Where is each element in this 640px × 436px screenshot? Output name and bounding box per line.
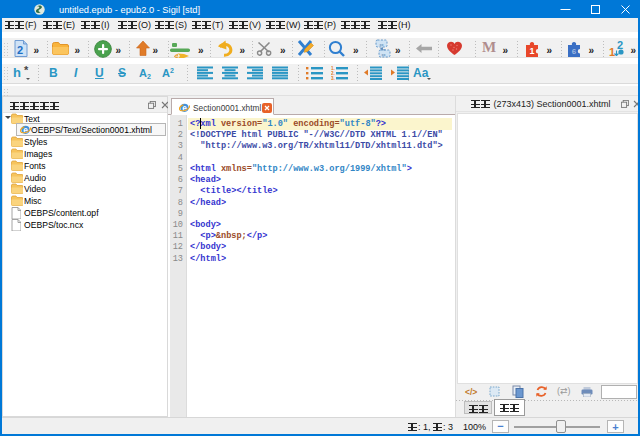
svg-text:xx: xx [382,51,386,56]
svg-text:2: 2 [617,39,623,51]
svg-text:xx: xx [380,41,384,46]
svg-text:2: 2 [17,43,23,55]
svg-text:6: 6 [572,47,577,56]
svg-text:1: 1 [529,46,534,56]
svg-text:1: 1 [609,46,615,58]
svg-text:3.: 3. [331,76,335,80]
